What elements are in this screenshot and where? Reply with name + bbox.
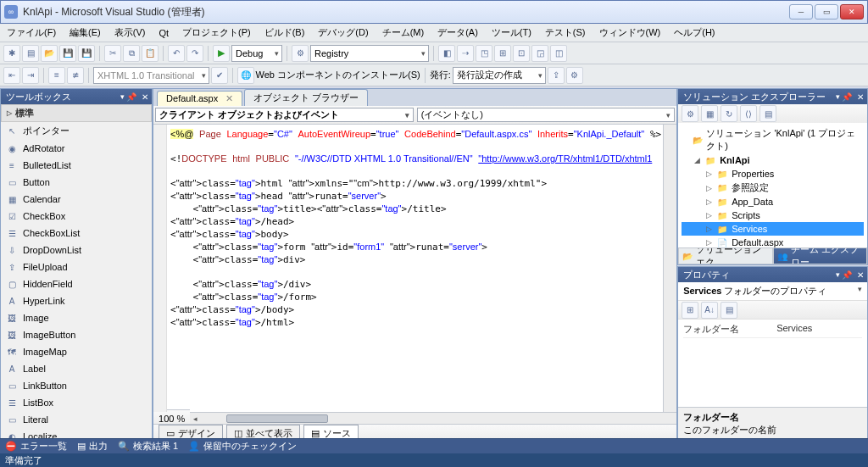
paste-icon[interactable]: 📋 xyxy=(142,45,159,62)
toolbox-item-linkbutton[interactable]: ▭LinkButton xyxy=(1,377,152,394)
cut-icon[interactable]: ✂ xyxy=(104,45,121,62)
menu-team[interactable]: チーム(M) xyxy=(376,24,431,42)
sol-tb-prop-icon[interactable]: ⚙ xyxy=(682,105,698,122)
menu-window[interactable]: ウィンドウ(W) xyxy=(593,24,668,42)
tb-misc-4[interactable]: ⊞ xyxy=(494,45,511,62)
config-combo[interactable]: Debug xyxy=(231,45,282,62)
menu-edit[interactable]: 編集(E) xyxy=(63,24,108,42)
menu-build[interactable]: ビルド(B) xyxy=(258,24,312,42)
properties-grid[interactable]: フォルダー名 Services xyxy=(678,320,867,340)
maximize-button[interactable]: ▭ xyxy=(815,4,838,19)
toolbox-item-checkbox[interactable]: ☑CheckBox xyxy=(1,208,152,225)
undo-icon[interactable]: ↶ xyxy=(168,45,185,62)
tab-solution-explorer[interactable]: 📂 ソリューション エク… xyxy=(678,247,772,264)
copy-icon[interactable]: ⧉ xyxy=(123,45,140,62)
toolbox-item-ポインター[interactable]: ↖ポインター xyxy=(1,122,152,140)
tree-node-services[interactable]: ▷📁Services xyxy=(682,222,864,236)
dropdown-icon[interactable]: ▾ xyxy=(836,270,840,279)
horizontal-scrollbar[interactable]: 100 % ◂ xyxy=(153,412,676,424)
close-button[interactable]: ✕ xyxy=(840,4,864,19)
toolbox-item-adrotator[interactable]: ◉AdRotator xyxy=(1,140,152,157)
toolbox-item-fileupload[interactable]: ⇪FileUpload xyxy=(1,259,152,275)
close-icon[interactable]: ✕ xyxy=(857,92,864,102)
sol-tb-showall-icon[interactable]: ▦ xyxy=(701,105,718,122)
toolbox-item-hiddenfield[interactable]: ▢HiddenField xyxy=(1,275,152,292)
tree-node--b-knlapi-b-[interactable]: ◢📁KnlApi xyxy=(682,153,864,167)
toolbox-item-literal[interactable]: ▭Literal xyxy=(1,411,152,428)
toolbox-item-button[interactable]: ▭Button xyxy=(1,174,152,191)
publish-icon[interactable]: ⇪ xyxy=(548,67,565,84)
platform-combo[interactable]: Registry xyxy=(310,45,429,62)
publish-settings-icon[interactable]: ⚙ xyxy=(566,67,583,84)
toolbox-item-calendar[interactable]: ▦Calendar xyxy=(1,191,152,208)
toolbox-item-label[interactable]: ALabel xyxy=(1,360,152,377)
close-icon[interactable]: ✕ xyxy=(142,92,148,102)
globe-icon[interactable]: 🌐 xyxy=(237,67,254,84)
minimize-button[interactable]: ─ xyxy=(789,4,813,19)
pin-icon[interactable]: 📌 xyxy=(842,270,852,280)
platform-icon[interactable]: ⚙ xyxy=(292,45,309,62)
menu-data[interactable]: データ(A) xyxy=(431,24,485,42)
toolbox-item-checkboxlist[interactable]: ☰CheckBoxList xyxy=(1,225,152,242)
add-item-icon[interactable]: ▤ xyxy=(22,45,39,62)
menu-qt[interactable]: Qt xyxy=(152,25,175,41)
save-icon[interactable]: 💾 xyxy=(59,45,76,62)
new-project-icon[interactable]: ✱ xyxy=(3,45,20,62)
toolbox-group-standard[interactable]: 標準 xyxy=(1,104,152,122)
tab-default-aspx[interactable]: Default.aspx ✕ xyxy=(157,91,242,106)
sol-tb-code-icon[interactable]: ⟨⟩ xyxy=(740,105,757,122)
prop-value[interactable]: Services xyxy=(776,323,812,336)
tb-misc-6[interactable]: ◲ xyxy=(531,45,548,62)
prop-pages-icon[interactable]: ▤ xyxy=(721,302,737,319)
tree-node--[interactable]: ▷📁参照設定 xyxy=(682,181,864,195)
pin-icon[interactable]: 📌 xyxy=(126,92,136,102)
categorized-icon[interactable]: ⊞ xyxy=(682,302,698,319)
comment-icon[interactable]: ≡ xyxy=(48,67,65,84)
menu-project[interactable]: プロジェクト(P) xyxy=(175,24,258,42)
toolbox-item-image[interactable]: 🖼Image xyxy=(1,309,152,326)
tb-misc-3[interactable]: ◳ xyxy=(476,45,492,62)
tb-misc-1[interactable]: ◧ xyxy=(438,45,455,62)
tree-node-app_data[interactable]: ▷📁App_Data xyxy=(682,195,864,208)
solution-tree[interactable]: 📂ソリューション 'KnlApi' (1 プロジェクト)◢📁KnlApi▷📁Pr… xyxy=(678,123,867,247)
toolbox-item-imagebutton[interactable]: 🖼ImageButton xyxy=(1,326,152,343)
pending-checkins-tab[interactable]: 👤 保留中のチェックイン xyxy=(188,440,297,453)
tree-node--knlapi-1-[interactable]: 📂ソリューション 'KnlApi' (1 プロジェクト) xyxy=(682,126,864,153)
pin-icon[interactable]: 📌 xyxy=(842,92,852,102)
sol-tb-icon[interactable]: ▤ xyxy=(760,105,776,122)
properties-object-combo[interactable]: Services Services フォルダーのプロパティフォルダーのプロパティ… xyxy=(678,282,867,301)
tab-close-icon[interactable]: ✕ xyxy=(225,93,233,103)
tree-node-scripts[interactable]: ▷📁Scripts xyxy=(682,208,864,222)
open-icon[interactable]: 📂 xyxy=(41,45,58,62)
member-combo-right[interactable]: (イベントなし) xyxy=(417,108,676,122)
menu-debug[interactable]: デバッグ(D) xyxy=(311,24,375,42)
menu-test[interactable]: テスト(S) xyxy=(538,24,593,42)
dropdown-icon[interactable]: ▾ xyxy=(836,92,840,101)
error-list-tab[interactable]: ⛔ エラー一覧 xyxy=(5,440,67,453)
member-combo-left[interactable]: クライアント オブジェクトおよびイベント xyxy=(155,108,414,122)
vertical-scrollbar[interactable] xyxy=(663,125,676,412)
validate-icon[interactable]: ✔ xyxy=(211,67,228,84)
menu-tools[interactable]: ツール(T) xyxy=(485,24,538,42)
toolbox-item-hyperlink[interactable]: AHyperLink xyxy=(1,292,152,309)
tb-misc-5[interactable]: ⊡ xyxy=(513,45,530,62)
outdent-icon[interactable]: ⇤ xyxy=(3,67,20,84)
prop-row-folder-name[interactable]: フォルダー名 Services xyxy=(683,321,862,338)
tree-node-default-aspx[interactable]: ▷📄Default.aspx xyxy=(682,236,864,247)
solution-header[interactable]: ソリューション エクスプローラー ▾ 📌 ✕ xyxy=(678,89,867,104)
publish-combo[interactable]: 発行設定の作成 xyxy=(453,67,546,84)
alphabetical-icon[interactable]: A↓ xyxy=(701,302,718,319)
tab-team-explorer[interactable]: 👥 チーム エクスプロー… xyxy=(773,247,867,264)
save-all-icon[interactable]: 💾 xyxy=(78,45,95,62)
menu-file[interactable]: ファイル(F) xyxy=(0,24,63,42)
tb-misc-2[interactable]: ⇢ xyxy=(457,45,474,62)
indent-icon[interactable]: ⇥ xyxy=(22,67,39,84)
tb-misc-7[interactable]: ◫ xyxy=(550,45,567,62)
sol-tb-refresh-icon[interactable]: ↻ xyxy=(721,105,737,122)
uncomment-icon[interactable]: ≢ xyxy=(67,67,84,84)
tree-node-properties[interactable]: ▷📁Properties xyxy=(682,167,864,181)
menu-help[interactable]: ヘルプ(H) xyxy=(667,24,721,42)
redo-icon[interactable]: ↷ xyxy=(186,45,203,62)
toolbox-item-listbox[interactable]: ☰ListBox xyxy=(1,394,152,411)
doctype-combo[interactable]: XHTML 1.0 Transitional xyxy=(93,67,209,84)
